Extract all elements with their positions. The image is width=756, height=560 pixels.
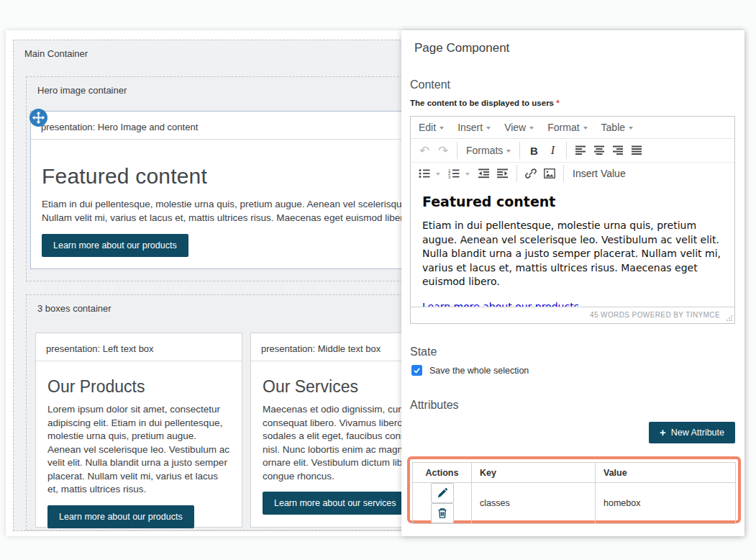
caret-down-icon: [629, 127, 633, 130]
middle-box-learn-more-button[interactable]: Learn more about our services: [263, 492, 408, 515]
editor-toolbar-row1: ↶ ↷ Formats B I: [411, 139, 734, 162]
editor-toolbar-row2: 123 Insert Value: [411, 162, 734, 184]
hero-learn-more-button[interactable]: Learn more about our products: [42, 234, 188, 257]
edit-attribute-button[interactable]: [431, 483, 454, 503]
state-section-heading: State: [410, 346, 437, 358]
caret-down-icon: [486, 127, 491, 130]
svg-text:3: 3: [448, 175, 451, 179]
menu-insert[interactable]: Insert: [457, 122, 491, 133]
align-justify-icon: [632, 145, 642, 155]
insert-value-button[interactable]: Insert Value: [568, 165, 630, 182]
resize-grip-icon[interactable]: [724, 313, 733, 322]
outdent-button[interactable]: [475, 165, 493, 182]
link-icon: [525, 168, 537, 179]
menu-view-label: View: [504, 122, 526, 133]
formats-label: Formats: [466, 145, 503, 156]
toolbar-separator: [566, 142, 567, 159]
editor-menubar: Edit Insert View Format Table: [411, 117, 734, 139]
caret-down-icon: [529, 127, 534, 130]
formats-dropdown[interactable]: Formats: [462, 142, 515, 159]
attributes-table-header-row: Actions Key Value: [413, 463, 736, 483]
value-column-header: Value: [596, 463, 736, 483]
menu-format[interactable]: Format: [547, 122, 587, 133]
numbered-list-button[interactable]: 123: [445, 165, 463, 182]
align-left-icon: [575, 145, 586, 155]
left-box-learn-more-button[interactable]: Learn more about our products: [47, 505, 194, 528]
align-justify-button[interactable]: [627, 142, 646, 159]
insert-image-button[interactable]: [540, 165, 559, 182]
content-field-label-text: The content to be displayed to users: [410, 99, 556, 107]
undo-icon: ↶: [419, 145, 429, 157]
attribute-actions-cell: [413, 483, 472, 524]
save-selection-row: Save the whole selection: [411, 365, 529, 376]
align-right-button[interactable]: [609, 142, 627, 159]
save-selection-checkbox[interactable]: [411, 365, 422, 376]
outdent-icon: [478, 168, 490, 179]
italic-button[interactable]: I: [543, 142, 562, 159]
menu-insert-label: Insert: [457, 122, 483, 133]
insert-link-button[interactable]: [522, 165, 540, 182]
numbered-list-icon: 123: [448, 168, 460, 179]
indent-button[interactable]: [493, 165, 512, 182]
redo-icon: ↷: [438, 145, 448, 157]
left-box-heading: Our Products: [47, 377, 230, 397]
left-box-paragraph: Lorem ipsum dolor sit amet, consectetur …: [47, 403, 230, 497]
required-marker: *: [556, 99, 559, 107]
caret-down-icon[interactable]: [465, 173, 470, 176]
menu-table[interactable]: Table: [601, 122, 633, 133]
bullet-list-button[interactable]: [415, 165, 434, 182]
caret-down-icon[interactable]: [436, 173, 440, 176]
undo-button[interactable]: ↶: [415, 142, 434, 159]
bold-button[interactable]: B: [524, 142, 543, 159]
toolbar-separator: [563, 165, 564, 182]
attributes-table-highlight: Actions Key Value: [407, 456, 741, 523]
save-selection-label: Save the whole selection: [429, 366, 529, 376]
boxes-container-label: 3 boxes container: [37, 303, 111, 314]
editor-statusbar: 45 WORDS POWERED BY TINYMCE: [411, 307, 734, 323]
redo-button[interactable]: ↷: [434, 142, 452, 159]
middle-box-header-label: presentation: Middle text box: [251, 333, 381, 354]
bullet-list-icon: [419, 168, 430, 179]
align-center-icon: [594, 145, 605, 155]
menu-table-label: Table: [601, 122, 625, 133]
attributes-table: Actions Key Value: [412, 462, 736, 524]
panel-title: Page Component: [414, 41, 509, 55]
left-text-box[interactable]: presentation: Left text box Our Products…: [35, 333, 242, 528]
drag-handle[interactable]: [29, 109, 47, 127]
screen: Main Container Hero image container: [0, 0, 756, 560]
left-box-header: presentation: Left text box: [36, 333, 242, 361]
attribute-key-cell: classes: [472, 483, 596, 524]
menu-view[interactable]: View: [504, 122, 534, 133]
align-center-button[interactable]: [590, 142, 609, 159]
rich-text-editor: Edit Insert View Format Table ↶ ↷ Format…: [410, 116, 735, 324]
actions-column-header: Actions: [413, 463, 472, 483]
content-section-heading: Content: [410, 78, 450, 91]
editor-content-area[interactable]: Featured content Etiam in dui pellentesq…: [411, 184, 734, 308]
new-attribute-button-label: New Attribute: [671, 428, 724, 438]
indent-icon: [497, 168, 509, 179]
new-attribute-button[interactable]: + New Attribute: [649, 422, 735, 443]
align-right-icon: [613, 145, 624, 155]
editor-doc-paragraph: Etiam in dui pellentesque, molestie urna…: [422, 219, 723, 289]
check-icon: [413, 366, 421, 374]
caret-down-icon: [583, 127, 588, 130]
align-left-button[interactable]: [571, 142, 590, 159]
toolbar-separator: [519, 142, 520, 159]
pencil-icon: [437, 487, 448, 499]
toolbar-separator: [516, 165, 517, 182]
caret-down-icon: [440, 127, 444, 130]
left-box-header-label: presentation: Left text box: [36, 333, 154, 354]
word-count-branding: 45 WORDS POWERED BY TINYMCE: [590, 311, 720, 319]
menu-edit[interactable]: Edit: [419, 122, 444, 133]
attributes-section-heading: Attributes: [410, 399, 459, 412]
content-field-label: The content to be displayed to users *: [410, 99, 560, 107]
key-column-header: Key: [472, 463, 596, 483]
plus-icon: +: [660, 426, 666, 438]
menu-edit-label: Edit: [419, 122, 436, 133]
image-icon: [544, 168, 555, 179]
hero-container-label: Hero image container: [37, 85, 127, 96]
toolbar-separator: [457, 142, 457, 159]
editor-doc-heading: Featured content: [422, 194, 723, 209]
delete-attribute-button[interactable]: [431, 503, 454, 523]
hero-paragraph: Etiam in dui pellentesque, molestie urna…: [42, 197, 448, 225]
